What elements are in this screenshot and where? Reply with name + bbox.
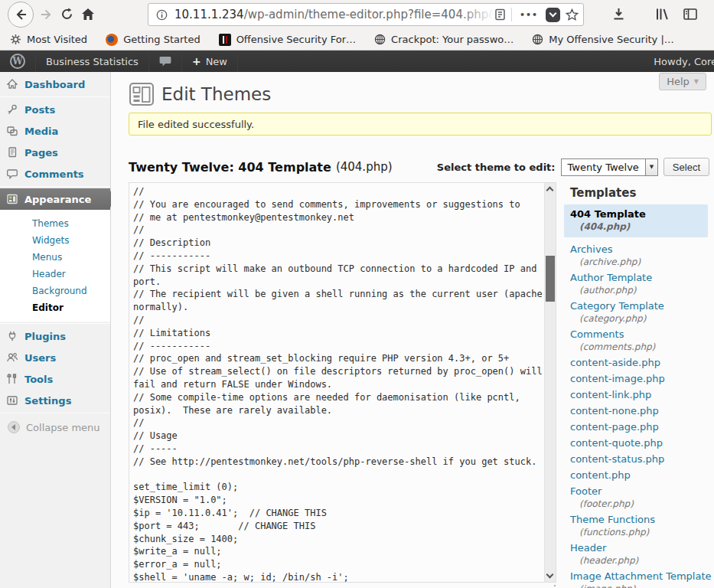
sidebar-item-label: Pages: [24, 147, 58, 158]
comments-menu[interactable]: [149, 51, 182, 72]
template-item[interactable]: Footer (footer.php): [564, 485, 714, 510]
site-name-menu[interactable]: Business Statistics: [36, 51, 149, 72]
template-link[interactable]: Comments: [570, 328, 714, 341]
code-content[interactable]: // // You are encouraged to send comment…: [133, 185, 548, 583]
pocket-icon[interactable]: [546, 8, 560, 22]
templates-panel: Templates 404 Template (404.php) Archive…: [564, 186, 714, 588]
submenu-item-themes[interactable]: Themes: [0, 215, 110, 232]
page-actions-icon[interactable]: •••: [517, 10, 540, 20]
template-item[interactable]: Archives (archive.php): [564, 243, 714, 268]
home-button[interactable]: [81, 8, 95, 21]
submenu-item-background[interactable]: Background: [0, 283, 110, 299]
template-link[interactable]: content-none.php: [570, 405, 714, 417]
template-item[interactable]: content.php: [564, 469, 714, 482]
collapse-menu-button[interactable]: Collapse menu: [0, 421, 110, 433]
sidebar-item-label: Tools: [24, 374, 53, 385]
template-link[interactable]: content-page.php: [570, 421, 714, 433]
template-item[interactable]: Image Attachment Template (image.php): [564, 570, 714, 588]
sidebar-toggle-button[interactable]: [683, 8, 697, 20]
scrollbar-thumb[interactable]: [546, 256, 555, 302]
template-item[interactable]: content-none.php: [564, 405, 714, 417]
template-link[interactable]: Theme Functions: [570, 514, 714, 526]
template-item[interactable]: Theme Functions (functions.php): [564, 514, 714, 538]
bookmark-offensive-security-forums[interactable]: Offensive Security For…: [219, 34, 356, 46]
submenu-item-editor[interactable]: Editor: [0, 299, 110, 316]
howdy-account-menu[interactable]: Howdy, Core: [644, 51, 714, 72]
template-item[interactable]: content-link.php: [564, 389, 714, 401]
template-item[interactable]: content-image.php: [564, 373, 714, 385]
template-link[interactable]: Archives: [570, 243, 714, 256]
template-link[interactable]: Footer: [570, 485, 714, 498]
sidebar-item-users[interactable]: Users: [0, 347, 110, 368]
sidebar-item-label: Media: [24, 126, 58, 137]
template-item[interactable]: Category Template (category.php): [564, 300, 714, 325]
howdy-text: Howdy, Core: [654, 56, 714, 67]
template-link[interactable]: content.php: [570, 469, 714, 482]
theme-select-dropdown[interactable]: Twenty Twelve ▼: [561, 158, 658, 176]
bookmark-most-visited[interactable]: Most Visited: [10, 34, 87, 45]
sidebar-item-media[interactable]: Media: [0, 120, 110, 142]
sidebar-item-dashboard[interactable]: Dashboard: [0, 74, 110, 95]
forward-button[interactable]: [40, 8, 53, 21]
sidebar-item-posts[interactable]: Posts: [0, 99, 110, 120]
new-content-menu[interactable]: + New: [182, 51, 238, 72]
submenu-item-menus[interactable]: Menus: [0, 249, 110, 266]
bookmark-getting-started[interactable]: Getting Started: [106, 34, 201, 46]
sidebar-item-appearance[interactable]: Appearance: [0, 188, 110, 210]
wp-logo-menu[interactable]: W: [0, 51, 36, 72]
screen: 10.11.1.234/wp-admin/theme-editor.php?fi…: [0, 0, 714, 588]
template-link[interactable]: Author Template: [570, 272, 714, 284]
site-info-icon[interactable]: [156, 9, 168, 21]
bookmark-crackpot[interactable]: Crackpot: Your passwo…: [374, 34, 513, 45]
browser-toolbar: 10.11.1.234/wp-admin/theme-editor.php?fi…: [0, 0, 714, 29]
editor-vertical-scrollbar[interactable]: [544, 183, 556, 582]
template-filename: (archive.php): [570, 256, 714, 268]
textarea-resize-grip[interactable]: [547, 584, 556, 588]
template-item[interactable]: content-quote.php: [564, 437, 714, 449]
house-icon: [6, 78, 18, 90]
edit-themes-icon: [129, 81, 155, 107]
sidebar-item-plugins[interactable]: Plugins: [0, 325, 110, 347]
wp-sidebar-menu: Dashboard Posts Media Pages Comments App…: [0, 72, 111, 588]
help-button[interactable]: Help ▼: [659, 73, 706, 90]
bookmark-my-offensive-security[interactable]: My Offensive Security |…: [532, 34, 674, 45]
bookmark-label: Getting Started: [123, 34, 201, 45]
sidebar-item-tools[interactable]: Tools: [0, 368, 110, 390]
template-link[interactable]: content-image.php: [570, 373, 714, 385]
template-link[interactable]: content-link.php: [570, 389, 714, 401]
globe-icon: [374, 34, 386, 45]
dropdown-arrow-button[interactable]: ▼: [645, 159, 657, 175]
reload-button[interactable]: [60, 8, 73, 21]
sidebar-item-comments[interactable]: Comments: [0, 163, 110, 185]
template-link[interactable]: content-quote.php: [570, 437, 714, 449]
template-link[interactable]: Category Template: [570, 300, 714, 312]
submenu-item-widgets[interactable]: Widgets: [0, 232, 110, 249]
bookmark-label: Offensive Security For…: [236, 34, 356, 45]
url-bar[interactable]: 10.11.1.234/wp-admin/theme-editor.php?fi…: [148, 3, 584, 26]
template-item[interactable]: content-status.php: [564, 453, 714, 466]
scroll-up-arrow-icon[interactable]: [546, 187, 554, 194]
code-editor[interactable]: // // You are encouraged to send comment…: [129, 182, 556, 583]
template-item[interactable]: Header (header.php): [564, 542, 714, 567]
template-link[interactable]: Header: [570, 542, 714, 554]
template-link[interactable]: content-status.php: [570, 453, 714, 466]
template-link[interactable]: Image Attachment Template: [570, 570, 714, 583]
template-filename: (functions.php): [570, 526, 714, 538]
template-item[interactable]: Author Template (author.php): [564, 272, 714, 296]
scroll-down-arrow-icon[interactable]: [546, 571, 554, 579]
library-button[interactable]: [655, 8, 670, 21]
downloads-button[interactable]: [612, 8, 625, 21]
template-item-current[interactable]: 404 Template (404.php): [564, 204, 708, 237]
template-item[interactable]: Comments (comments.php): [564, 328, 714, 353]
success-notice: File edited successfully.: [129, 113, 712, 136]
submenu-item-header[interactable]: Header: [0, 266, 110, 283]
select-theme-button[interactable]: Select: [663, 158, 709, 176]
template-item[interactable]: content-page.php: [564, 421, 714, 433]
back-button[interactable]: [8, 2, 34, 28]
sidebar-item-settings[interactable]: Settings: [0, 390, 110, 411]
template-link[interactable]: content-aside.php: [570, 357, 714, 369]
bookmark-star-icon[interactable]: [566, 8, 579, 21]
reader-mode-icon[interactable]: [494, 8, 506, 21]
sidebar-item-pages[interactable]: Pages: [0, 142, 110, 163]
template-item[interactable]: content-aside.php: [564, 357, 714, 369]
